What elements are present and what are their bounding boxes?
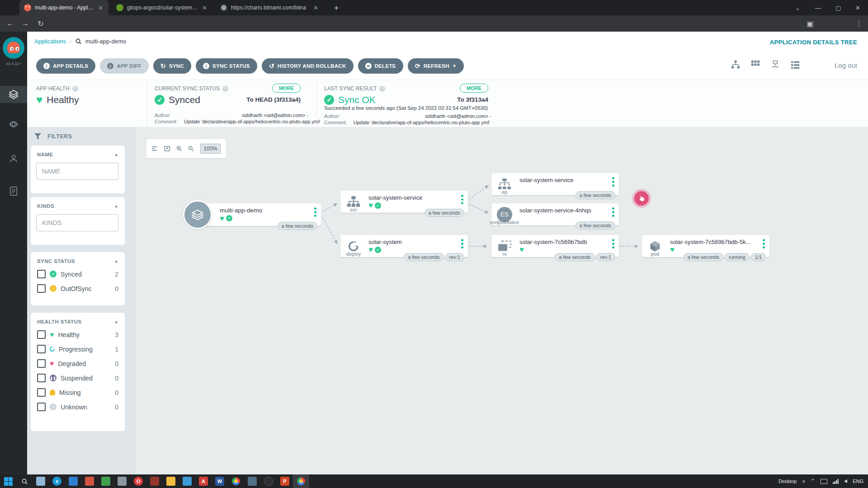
sync-button[interactable]: ↻SYNC [153, 58, 191, 74]
checkbox[interactable] [37, 403, 46, 411]
forward-button[interactable]: → [19, 17, 32, 30]
node-menu-button[interactable] [314, 207, 316, 217]
window-minimize-button[interactable]: — [808, 0, 828, 15]
new-tab-button[interactable]: + [331, 3, 342, 14]
checkbox[interactable] [37, 359, 46, 368]
reload-button[interactable]: ↻ [34, 17, 47, 30]
browser-menu-icon[interactable]: ⋮ [853, 17, 865, 30]
zoom-level-value[interactable]: 100% [200, 144, 221, 154]
taskbar-app-icon[interactable] [65, 474, 81, 488]
browser-tab[interactable]: gitops-argocd/solar-system at m ✕ [112, 0, 212, 15]
sync-status-button[interactable]: iSYNC STATUS [196, 58, 257, 74]
graph-node-pod[interactable]: pod solar-system-7c569b7bdb-5k... ♥ a fe… [642, 235, 769, 257]
checkbox[interactable] [37, 270, 46, 278]
taskbar-app-icon[interactable] [146, 474, 163, 488]
network-icon[interactable] [833, 479, 839, 484]
name-filter-input[interactable] [36, 163, 118, 180]
taskbar-app-icon[interactable] [98, 474, 114, 488]
breadcrumb-applications-link[interactable]: Applications [34, 38, 66, 45]
graph-node-deployment[interactable]: deploy solar-system ♥ ✓ a few seconds re… [340, 235, 468, 257]
chevron-expand-icon[interactable]: » [802, 478, 805, 484]
grid-view-icon[interactable] [750, 60, 760, 70]
help-icon[interactable]: ? [72, 86, 78, 92]
checkbox[interactable] [37, 284, 46, 293]
filter-option-suspended[interactable]: ❚❚ Suspended 0 [37, 374, 118, 382]
fit-to-screen-icon[interactable] [164, 145, 170, 152]
tab-close-icon[interactable]: ✕ [312, 5, 319, 11]
help-icon[interactable]: ? [222, 86, 228, 92]
filter-option-missing[interactable]: Missing 0 [37, 388, 118, 397]
checkbox[interactable] [37, 374, 46, 382]
taskbar-powerpoint-icon[interactable]: P [277, 474, 293, 488]
taskbar-search-button[interactable] [16, 474, 33, 488]
taskbar-edge-icon[interactable]: e [49, 474, 65, 488]
filter-option-progressing[interactable]: Progressing 1 [37, 345, 118, 353]
taskbar-opera-icon[interactable]: O [130, 474, 146, 488]
filter-option-synced[interactable]: ✓ Synced 2 [37, 270, 118, 278]
zoom-out-icon[interactable] [188, 145, 194, 152]
app-details-button[interactable]: iAPP DETAILS [36, 58, 95, 74]
node-menu-button[interactable] [612, 207, 614, 217]
browser-tab[interactable]: https://charts.bitnami.com/bitna ✕ [216, 0, 324, 15]
tab-close-icon[interactable]: ✕ [201, 5, 208, 11]
taskbar-app-icon[interactable] [114, 474, 130, 488]
sidebar-item-settings[interactable] [0, 116, 27, 133]
taskbar-chrome-icon[interactable] [228, 474, 244, 488]
kinds-filter-input[interactable] [36, 214, 118, 231]
back-button[interactable]: ← [4, 17, 16, 30]
filter-option-degraded[interactable]: ♥ Degraded 0 [37, 359, 118, 368]
sidebar-item-applications[interactable] [0, 86, 27, 103]
window-close-button[interactable]: ✕ [848, 0, 868, 15]
collapse-icon[interactable]: ▲ [114, 259, 118, 263]
taskbar-active-browser-icon[interactable] [293, 474, 309, 488]
filter-option-healthy[interactable]: ♥ Healthy 3 [37, 330, 118, 339]
logout-button[interactable]: Log out [835, 61, 857, 69]
taskbar-app-icon[interactable] [244, 474, 260, 488]
network-view-icon[interactable] [770, 60, 780, 70]
collapse-icon[interactable]: ▲ [114, 204, 118, 208]
tablet-icon[interactable] [821, 479, 827, 484]
tab-close-icon[interactable]: ✕ [97, 5, 104, 11]
filter-option-outofsync[interactable]: ↑ OutOfSync 0 [37, 284, 118, 293]
collapse-icon[interactable]: ▲ [114, 152, 118, 157]
node-menu-button[interactable] [612, 177, 614, 187]
graph-node-service[interactable]: svc solar-system-service ♥ ✓ a few secon… [340, 191, 468, 213]
tab-search-chevron-icon[interactable]: ⌄ [788, 0, 808, 15]
collapse-icon[interactable]: ▲ [114, 319, 118, 324]
taskbar-app-icon[interactable] [33, 474, 49, 488]
sidebar-item-user[interactable] [0, 150, 27, 167]
tree-view-icon[interactable] [731, 60, 741, 70]
taskbar-acrobat-icon[interactable]: A [195, 474, 212, 488]
checkbox[interactable] [37, 388, 46, 397]
side-panel-icon[interactable]: ▣ [804, 17, 816, 30]
graph-node-endpointslice[interactable]: ES endpointslice solar-system-service-4n… [491, 203, 619, 225]
history-rollback-button[interactable]: ↺HISTORY AND ROLLBACK [262, 58, 354, 74]
sidebar-item-docs[interactable] [0, 183, 27, 200]
app-diff-button[interactable]: ≡APP DIFF [100, 58, 149, 74]
desktop-toolbar-label[interactable]: Desktop [778, 479, 797, 484]
taskbar-app-icon[interactable] [179, 474, 195, 488]
graph-node-replicaset[interactable]: rs solar-system-7c569b7bdb ♥ a few secon… [491, 235, 619, 257]
taskbar-word-icon[interactable]: W [212, 474, 228, 488]
taskbar-app-icon[interactable] [81, 474, 98, 488]
node-menu-button[interactable] [461, 239, 463, 249]
start-button[interactable] [0, 474, 16, 488]
node-menu-button[interactable] [612, 239, 614, 249]
delete-button[interactable]: ✕DELETE [358, 58, 403, 74]
zoom-in-icon[interactable] [176, 145, 182, 152]
checkbox[interactable] [37, 345, 46, 353]
help-icon[interactable]: ? [379, 86, 385, 92]
align-icon[interactable] [152, 145, 158, 152]
hidden-icons-chevron[interactable]: ⌃ [811, 478, 815, 484]
sync-more-button[interactable]: MORE [272, 84, 301, 93]
language-indicator[interactable]: ENG [853, 479, 863, 484]
last-sync-more-button[interactable]: MORE [460, 84, 488, 93]
browser-tab-active[interactable]: multi-app-demo - Application De ✕ [19, 0, 108, 15]
taskbar-explorer-icon[interactable] [163, 474, 179, 488]
node-menu-button[interactable] [763, 239, 765, 249]
taskbar-app-icon[interactable] [260, 474, 277, 488]
window-maximize-button[interactable]: ▢ [828, 0, 849, 15]
list-view-icon[interactable] [790, 60, 800, 70]
refresh-button[interactable]: ⟳REFRESH▼ [408, 58, 464, 74]
graph-node-endpoint[interactable]: ep solar-system-service a few seconds [491, 173, 619, 195]
